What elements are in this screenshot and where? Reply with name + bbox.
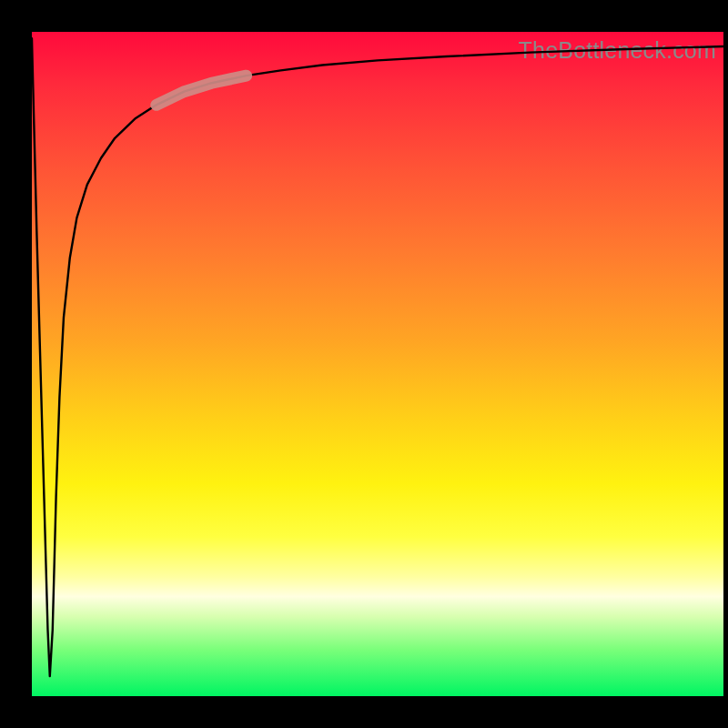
chart-frame: TheBottleneck.com bbox=[0, 0, 728, 728]
plot-area: TheBottleneck.com bbox=[32, 32, 723, 696]
curve-highlight-segment bbox=[157, 76, 247, 105]
curve-layer bbox=[32, 32, 723, 696]
bottleneck-curve bbox=[32, 38, 723, 676]
